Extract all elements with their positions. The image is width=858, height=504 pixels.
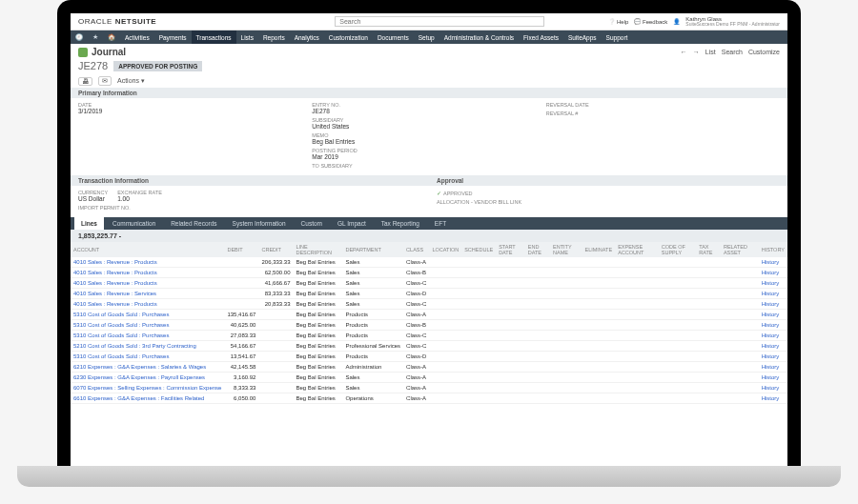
history-link[interactable]: History <box>759 352 787 362</box>
enddate-cell <box>525 289 550 299</box>
nav-item-documents[interactable]: Documents <box>373 30 414 44</box>
nav-icon[interactable]: 🏠 <box>103 30 120 44</box>
table-row[interactable]: 6070 Expenses : Selling Expenses : Commi… <box>71 383 787 393</box>
tab-custom[interactable]: Custom <box>295 217 329 230</box>
history-link[interactable]: History <box>759 341 787 352</box>
user-menu[interactable]: Kathryn Glass SuiteSuccess Demo FF PNM -… <box>685 16 780 27</box>
tab-related-records[interactable]: Related Records <box>164 217 223 230</box>
startdate-cell <box>496 331 525 341</box>
nav-icon[interactable]: ★ <box>88 30 103 44</box>
nav-item-support[interactable]: Support <box>602 30 633 44</box>
nav-item-reports[interactable]: Reports <box>258 30 290 44</box>
account-cell[interactable]: 6230 Expenses : G&A Expenses : Payroll E… <box>71 373 224 383</box>
enddate-cell <box>525 341 550 352</box>
nav-item-administration-controls[interactable]: Administration & Controls <box>439 30 519 44</box>
nav-back[interactable]: ← <box>681 49 687 55</box>
actions-menu[interactable]: Actions ▾ <box>117 77 145 85</box>
history-link[interactable]: History <box>759 268 787 278</box>
table-row[interactable]: 6210 Expenses : G&A Expenses : Salaries … <box>71 362 787 373</box>
history-link[interactable]: History <box>759 257 787 268</box>
nav-item-payments[interactable]: Payments <box>154 30 192 44</box>
history-link[interactable]: History <box>759 320 787 331</box>
credit-cell <box>258 352 293 362</box>
dept-cell: Sales <box>342 299 403 310</box>
asset-cell <box>721 352 759 362</box>
account-cell[interactable]: 5210 Cost of Goods Sold : 3rd Party Cont… <box>71 341 224 352</box>
nav-item-suiteapps[interactable]: SuiteApps <box>563 30 602 44</box>
account-cell[interactable]: 5310 Cost of Goods Sold : Purchases <box>71 331 224 341</box>
nav-item-setup[interactable]: Setup <box>414 30 439 44</box>
table-row[interactable]: 4010 Sales : Revenue : Products41,666.67… <box>71 278 787 289</box>
table-row[interactable]: 4010 Sales : Revenue : Products20,833.33… <box>71 299 787 310</box>
col-header: END DATE <box>525 242 550 257</box>
account-cell[interactable]: 4010 Sales : Revenue : Products <box>71 299 224 310</box>
account-cell[interactable]: 5310 Cost of Goods Sold : Purchases <box>71 352 224 362</box>
brand-logo: ORACLE NETSUITE <box>78 17 156 26</box>
history-link[interactable]: History <box>759 393 787 404</box>
history-link[interactable]: History <box>759 310 787 320</box>
desc-cell: Beg Bal Entries <box>293 289 342 299</box>
history-link[interactable]: History <box>759 383 787 393</box>
history-link[interactable]: History <box>759 373 787 383</box>
supply-cell <box>659 352 696 362</box>
tab-system-information[interactable]: System Information <box>226 217 293 230</box>
help-link[interactable]: ❔ Help <box>608 18 628 25</box>
account-cell[interactable]: 6070 Expenses : Selling Expenses : Commi… <box>71 383 224 393</box>
account-cell[interactable]: 6610 Expenses : G&A Expenses : Facilitie… <box>71 393 224 404</box>
memo-value: Beg Bal Entries <box>312 138 545 145</box>
nav-item-fixed-assets[interactable]: Fixed Assets <box>519 30 563 44</box>
tab-lines[interactable]: Lines <box>74 217 104 230</box>
enddate-cell <box>525 373 550 383</box>
account-cell[interactable]: 6210 Expenses : G&A Expenses : Salaries … <box>71 362 224 373</box>
print-button[interactable]: 🖶 <box>78 77 92 86</box>
table-row[interactable]: 4010 Sales : Revenue : Products62,500.00… <box>71 268 787 278</box>
dept-cell: Products <box>342 331 403 341</box>
nav-item-analytics[interactable]: Analytics <box>290 30 324 44</box>
table-row[interactable]: 4010 Sales : Revenue : Services83,333.33… <box>71 289 787 299</box>
customize-link[interactable]: Customize <box>748 49 780 55</box>
nav-item-lists[interactable]: Lists <box>236 30 258 44</box>
history-link[interactable]: History <box>759 289 787 299</box>
lines-grid[interactable]: ACCOUNTDEBITCREDITLINE DESCRIPTIONDEPART… <box>71 242 787 466</box>
email-button[interactable]: ✉ <box>98 76 112 86</box>
list-link[interactable]: List <box>705 49 716 55</box>
search-link[interactable]: Search <box>722 49 743 55</box>
nav-item-transactions[interactable]: Transactions <box>192 30 236 44</box>
debit-cell: 27,083.33 <box>224 331 258 341</box>
table-row[interactable]: 6230 Expenses : G&A Expenses : Payroll E… <box>71 373 787 383</box>
table-row[interactable]: 6610 Expenses : G&A Expenses : Facilitie… <box>71 393 787 404</box>
table-row[interactable]: 5310 Cost of Goods Sold : Purchases135,4… <box>71 310 787 320</box>
taxrate-cell <box>696 299 721 310</box>
account-cell[interactable]: 5310 Cost of Goods Sold : Purchases <box>71 320 224 331</box>
table-row[interactable]: 4010 Sales : Revenue : Products206,333.3… <box>71 257 787 268</box>
col-header: CODE OF SUPPLY <box>659 242 696 257</box>
history-link[interactable]: History <box>759 331 787 341</box>
account-cell[interactable]: 4010 Sales : Revenue : Products <box>71 278 224 289</box>
global-search[interactable] <box>335 16 544 27</box>
nav-forward[interactable]: → <box>693 49 700 55</box>
history-link[interactable]: History <box>759 278 787 289</box>
history-link[interactable]: History <box>759 362 787 373</box>
table-row[interactable]: 5310 Cost of Goods Sold : Purchases40,62… <box>71 320 787 331</box>
tab-gl-impact[interactable]: GL Impact <box>331 217 373 230</box>
nav-icon[interactable]: 🕘 <box>71 30 88 44</box>
table-row[interactable]: 5210 Cost of Goods Sold : 3rd Party Cont… <box>71 341 787 352</box>
history-link[interactable]: History <box>759 299 787 310</box>
table-row[interactable]: 5310 Cost of Goods Sold : Purchases13,54… <box>71 352 787 362</box>
account-cell[interactable]: 4010 Sales : Revenue : Products <box>71 257 224 268</box>
account-cell[interactable]: 4010 Sales : Revenue : Services <box>71 289 224 299</box>
tab-communication[interactable]: Communication <box>106 217 162 230</box>
account-cell[interactable]: 4010 Sales : Revenue : Products <box>71 268 224 278</box>
debit-cell <box>224 299 258 310</box>
tab-tax-reporting[interactable]: Tax Reporting <box>375 217 426 230</box>
debit-cell <box>224 278 258 289</box>
account-cell[interactable]: 5310 Cost of Goods Sold : Purchases <box>71 310 224 320</box>
table-row[interactable]: 5310 Cost of Goods Sold : Purchases27,08… <box>71 331 787 341</box>
nav-item-activities[interactable]: Activities <box>120 30 154 44</box>
startdate-cell <box>496 352 525 362</box>
eliminate-cell <box>582 373 616 383</box>
search-input[interactable] <box>335 16 544 27</box>
tab-eft[interactable]: EFT <box>428 217 453 230</box>
feedback-link[interactable]: 💬 Feedback <box>634 18 667 25</box>
nav-item-customization[interactable]: Customization <box>324 30 373 44</box>
